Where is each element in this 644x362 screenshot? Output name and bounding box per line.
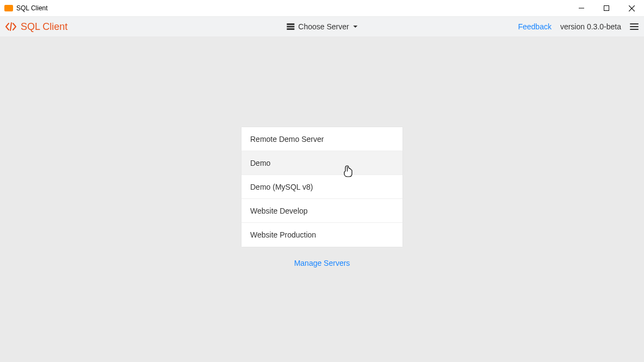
- svg-rect-1: [604, 6, 609, 11]
- chevron-down-icon: [354, 26, 358, 28]
- maximize-button[interactable]: [594, 0, 619, 16]
- server-item-label: Demo: [250, 159, 270, 167]
- server-item-label: Website Develop: [250, 207, 308, 215]
- app-icon: [4, 5, 13, 11]
- menu-button[interactable]: [630, 23, 639, 30]
- app-title: SQL Client: [16, 4, 48, 12]
- server-item-label: Remote Demo Server: [250, 135, 324, 143]
- feedback-link[interactable]: Feedback: [518, 22, 551, 31]
- server-item[interactable]: Website Production: [242, 223, 403, 247]
- svg-rect-6: [287, 26, 294, 28]
- server-item[interactable]: Website Develop: [242, 199, 403, 223]
- server-item[interactable]: Remote Demo Server: [242, 127, 403, 151]
- window-controls: [569, 0, 644, 16]
- window-title-bar: SQL Client: [0, 0, 644, 16]
- app-header: SQL Client Choose Server Feedback versio…: [0, 16, 644, 37]
- server-list: Remote Demo Server Demo Demo (MySQL v8) …: [241, 127, 403, 247]
- minimize-button[interactable]: [569, 0, 594, 16]
- server-item-label: Demo (MySQL v8): [250, 183, 313, 191]
- brand-name: SQL Client: [21, 21, 67, 33]
- database-icon: [286, 23, 295, 30]
- server-item-label: Website Production: [250, 230, 316, 239]
- manage-servers-link[interactable]: Manage Servers: [241, 259, 403, 267]
- main-area: Remote Demo Server Demo Demo (MySQL v8) …: [0, 37, 644, 362]
- svg-line-4: [10, 23, 11, 30]
- server-item[interactable]: Demo: [242, 151, 403, 175]
- title-bar-left: SQL Client: [4, 4, 48, 12]
- version-text: version 0.3.0-beta: [560, 22, 621, 31]
- header-right: Feedback version 0.3.0-beta: [518, 22, 639, 31]
- choose-server-dropdown[interactable]: Choose Server: [286, 22, 357, 31]
- svg-rect-7: [287, 28, 294, 30]
- choose-server-label: Choose Server: [298, 22, 349, 31]
- brand: SQL Client: [5, 21, 67, 33]
- manage-servers-label: Manage Servers: [294, 259, 350, 267]
- code-icon: [5, 22, 16, 31]
- close-button[interactable]: [619, 0, 644, 16]
- svg-rect-5: [287, 23, 294, 25]
- server-item[interactable]: Demo (MySQL v8): [242, 175, 403, 199]
